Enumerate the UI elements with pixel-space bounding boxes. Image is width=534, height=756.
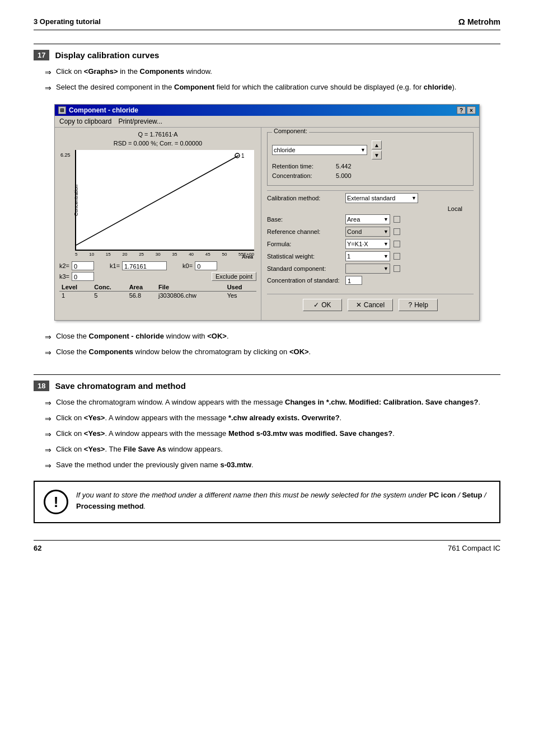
chart-ylabel: Concentration — [73, 185, 79, 216]
arrow-icon: ⇒ — [45, 397, 51, 409]
k3-input[interactable]: 0 — [72, 272, 94, 281]
base-label: Base: — [267, 216, 345, 223]
concentration-std-input[interactable]: 1 — [345, 276, 362, 285]
arrow-icon: ⇒ — [45, 67, 51, 78]
help-label: Help — [414, 301, 428, 309]
table-header-row: Level Conc. Area File Used — [59, 283, 256, 292]
instruction-item: ⇒ Close the Component - chloride window … — [45, 331, 500, 343]
cancel-button[interactable]: ✕ Cancel — [348, 299, 393, 311]
formula-param-label: Formula: — [267, 241, 345, 247]
section-18-instructions: ⇒ Close the chromatogram window. A windo… — [34, 397, 500, 472]
formula-checkbox[interactable] — [394, 241, 400, 247]
nav-up-button[interactable]: ▲ — [372, 140, 382, 149]
reference-checkbox[interactable] — [394, 228, 400, 235]
product-name: 761 Compact IC — [448, 544, 500, 552]
cell-area: 56.8 — [127, 292, 156, 300]
base-checkbox[interactable] — [394, 216, 400, 223]
section-18-number: 18 — [34, 381, 49, 391]
retention-row: Retention time: 5.442 — [272, 163, 469, 170]
section-18-header: 18 Save chromatogram and method — [34, 381, 500, 391]
instruction-text: Close the chromatogram window. A window … — [56, 397, 480, 408]
arrow-icon: ⇒ — [45, 413, 51, 425]
dialog-footer: ✓ OK ✕ Cancel ? Help — [267, 294, 474, 316]
statistical-checkbox[interactable] — [394, 253, 400, 260]
standard-dropdown-icon: ▼ — [383, 266, 388, 271]
concentration-std-row: Concentration of standard: 1 — [267, 276, 474, 285]
instruction-text: Click on <Yes>. A window appears with th… — [56, 412, 341, 424]
k1-input[interactable]: 1.76161 — [122, 261, 167, 270]
calibration-method-select[interactable]: External standard ▼ — [345, 193, 418, 203]
header-left: 3 Operating tutorial — [34, 17, 101, 26]
arrow-icon: ⇒ — [45, 444, 51, 456]
exclude-point-button[interactable]: Exclude point — [212, 272, 256, 281]
instruction-text: Save the method under the previously giv… — [56, 459, 254, 471]
cell-used: Yes — [225, 292, 256, 300]
help-button[interactable]: ? Help — [399, 299, 438, 311]
instruction-text: Select the desired component in the Comp… — [56, 82, 456, 93]
instruction-text: Click on <Graphs> in the Components wind… — [56, 66, 212, 77]
k0-input[interactable]: 0 — [195, 261, 217, 270]
instruction-item: ⇒ Click on <Graphs> in the Components wi… — [45, 66, 500, 78]
col-area: Area — [127, 283, 156, 292]
data-fields: k2= 0 k1= 1.76161 k0= 0 k3= 0 Ex — [59, 261, 256, 281]
calibration-row: Calibration method: External standard ▼ — [267, 193, 474, 203]
help-titlebar-button[interactable]: ? — [457, 106, 466, 114]
page: 3 Operating tutorial Ω Metrohm 17 Displa… — [0, 0, 534, 756]
standard-checkbox[interactable] — [394, 265, 400, 272]
col-conc: Conc. — [92, 283, 127, 292]
statistical-select[interactable]: 1 ▼ — [345, 251, 390, 261]
note-box: ! If you want to store the method under … — [34, 481, 500, 523]
instruction-text: Click on <Yes>. A window appears with th… — [56, 428, 395, 439]
chart-xticks: 5 10 15 20 25 30 35 40 45 50 55E+00 — [75, 252, 254, 257]
close-titlebar-button[interactable]: × — [467, 106, 476, 114]
section-17-title: Display calibration curves — [55, 50, 159, 60]
ok-button[interactable]: ✓ OK — [303, 299, 342, 311]
arrow-icon: ⇒ — [45, 460, 51, 472]
page-number: 62 — [34, 544, 41, 552]
table-row: 1 5 56.8 j3030806.chw Yes — [59, 292, 256, 300]
chart-yvalue: 6.25 — [60, 152, 71, 158]
standard-row: Standard component: ▼ — [267, 264, 474, 274]
dialog-titlebar: ⊞ Component - chloride ? × — [55, 105, 479, 116]
note-text: If you want to store the method under a … — [76, 490, 490, 511]
cancel-x-icon: ✕ — [356, 301, 362, 309]
instruction-text: Click on <Yes>. The File Save As window … — [56, 444, 223, 455]
titlebar-buttons[interactable]: ? × — [457, 106, 476, 114]
instruction-item: ⇒ Click on <Yes>. The File Save As windo… — [45, 444, 500, 456]
retention-label: Retention time: — [272, 163, 334, 170]
concentration-label: Concentration: — [272, 172, 334, 179]
k2-input[interactable]: 0 — [72, 261, 94, 270]
k-row-1: k2= 0 k1= 1.76161 k0= 0 — [59, 261, 256, 270]
k2-label: k2= — [59, 262, 69, 269]
menu-print[interactable]: Print/preview... — [118, 118, 162, 125]
standard-select[interactable]: ▼ — [345, 264, 390, 274]
component-select[interactable]: chloride ▼ — [272, 145, 367, 155]
reference-select: Cond ▼ — [345, 227, 390, 237]
svg-point-1 — [235, 153, 240, 158]
data-table: Level Conc. Area File Used 1 5 5 — [59, 283, 256, 299]
instruction-text: Close the Component - chloride window wi… — [56, 331, 229, 342]
nav-down-button[interactable]: ▼ — [372, 151, 382, 159]
arrow-icon: ⇒ — [45, 82, 51, 94]
statistical-row: Statistical weight: 1 ▼ — [267, 251, 474, 261]
instruction-item: ⇒ Click on <Yes>. A window appears with … — [45, 412, 500, 425]
k0-label: k0= — [182, 262, 193, 269]
dialog-body: Q = 1.76161·A RSD = 0.000 %; Corr. = 0.0… — [55, 128, 479, 320]
chart-xlabel: Area — [242, 254, 253, 260]
concentration-std-label: Concentration of standard: — [267, 277, 345, 284]
component-group-label: Component: — [272, 128, 309, 134]
formula-select[interactable]: Y=K1·X ▼ — [345, 239, 390, 249]
chart-rsd: RSD = 0.000 %; Corr. = 0.00000 — [59, 140, 256, 147]
component-group: Component: chloride ▼ ▲ ▼ — [267, 132, 474, 186]
statistical-dropdown-icon: ▼ — [383, 253, 388, 259]
base-select[interactable]: Area ▼ — [345, 214, 390, 224]
calibration-method-label: Calibration method: — [267, 195, 345, 201]
dropdown-arrow-icon: ▼ — [360, 147, 366, 153]
arrow-icon: ⇒ — [45, 331, 51, 343]
titlebar-title-area: ⊞ Component - chloride — [58, 106, 138, 114]
instruction-item: ⇒ Close the Components window below the … — [45, 346, 500, 359]
ok-checkmark-icon: ✓ — [313, 301, 319, 309]
page-footer: 62 761 Compact IC — [34, 540, 500, 552]
menu-copy[interactable]: Copy to clipboard — [59, 118, 111, 125]
component-row: chloride ▼ ▲ ▼ — [272, 140, 469, 159]
